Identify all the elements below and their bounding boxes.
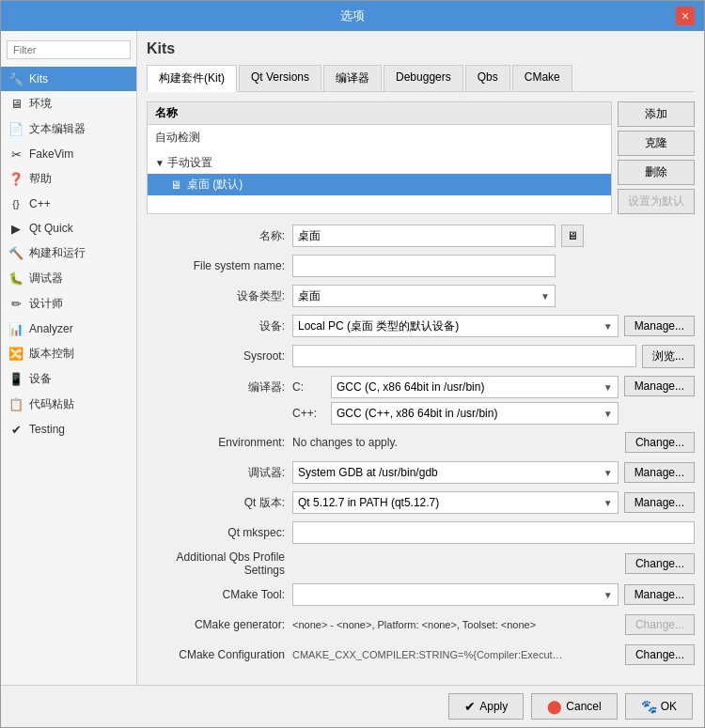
env-icon: 🖥	[8, 97, 24, 112]
kit-action-buttons: 添加 克隆 删除 设置为默认	[618, 101, 695, 214]
compiler-row: 编译器: C: GCC (C, x86 64bit in /usr/bin) C	[147, 374, 695, 425]
sidebar-item-testing[interactable]: ✔ Testing	[1, 417, 136, 441]
sidebar-item-codepaste[interactable]: 📋 代码粘贴	[1, 392, 136, 417]
environment-change-button[interactable]: Change...	[625, 432, 695, 453]
qt-version-manage-button[interactable]: Manage...	[624, 492, 695, 513]
kit-list-header: 名称	[148, 102, 611, 125]
add-kit-button[interactable]: 添加	[618, 101, 695, 127]
monitor-icon: 🖥	[170, 178, 181, 192]
filesystem-label: File system name:	[147, 259, 292, 272]
apply-button[interactable]: ✔ Apply	[448, 693, 524, 720]
device-manage-button[interactable]: Manage...	[624, 316, 695, 336]
environment-label: Environment:	[147, 436, 292, 449]
device-type-label: 设备类型:	[147, 288, 292, 304]
help-icon: ❓	[8, 172, 24, 187]
sidebar-item-help[interactable]: ❓ 帮助	[1, 166, 136, 192]
sidebar-item-designer[interactable]: ✏ 设计师	[1, 291, 136, 317]
cpp-icon: {}	[8, 196, 24, 211]
sidebar-label-devices: 设备	[29, 371, 52, 387]
qt-mkspec-row: Qt mkspec:	[147, 520, 695, 545]
main-panel: Kits 构建套件(Kit) Qt Versions 编译器 Debuggers…	[137, 31, 704, 685]
cmake-config-change-button[interactable]: Change...	[625, 644, 695, 665]
sidebar-label-vcs: 版本控制	[29, 346, 74, 362]
kit-group-manual-label: ▼ 手动设置	[148, 152, 611, 174]
sidebar-filter-input[interactable]	[7, 40, 131, 59]
qt-version-row: Qt 版本: Qt 5.12.7 in PATH (qt5.12.7) Mana…	[147, 490, 695, 515]
cmake-tool-row: CMake Tool: Manage...	[147, 582, 695, 607]
kit-item-desktop[interactable]: 🖥 桌面 (默认)	[148, 174, 611, 195]
sidebar-item-editor[interactable]: 📄 文本编辑器	[1, 116, 136, 142]
apply-icon: ✔	[464, 699, 476, 714]
sidebar-item-fakevim[interactable]: ✂ FakeVim	[1, 142, 136, 166]
sidebar-item-build[interactable]: 🔨 构建和运行	[1, 240, 136, 266]
kit-item-label: 桌面 (默认)	[187, 177, 243, 193]
sidebar-item-qtquick[interactable]: ▶ Qt Quick	[1, 216, 136, 240]
devices-icon: 📱	[8, 372, 24, 387]
codepaste-icon: 📋	[8, 397, 24, 412]
qt-mkspec-input[interactable]	[292, 521, 695, 544]
kit-form: 名称: 🖥 File system name: 设备类型: 桌面	[147, 224, 695, 673]
screen-button[interactable]: 🖥	[561, 225, 584, 247]
remove-kit-button[interactable]: 删除	[618, 160, 695, 185]
name-input[interactable]	[292, 225, 556, 247]
sidebar-item-debugger[interactable]: 🐛 调试器	[1, 266, 136, 291]
tab-qbs[interactable]: Qbs	[465, 65, 510, 91]
content-area: 🔧 Kits 🖥 环境 📄 文本编辑器 ✂ FakeVim ❓ 帮助 {} C	[1, 31, 704, 685]
sidebar-item-cpp[interactable]: {} C++	[1, 192, 136, 216]
sidebar-item-kits[interactable]: 🔧 Kits	[1, 67, 136, 91]
device-select[interactable]: Local PC (桌面 类型的默认设备)	[292, 315, 619, 337]
qbs-profile-change-button[interactable]: Change...	[625, 553, 695, 574]
compiler-label: 编译器:	[147, 376, 292, 395]
kit-group-auto: 自动检测	[148, 125, 611, 150]
compiler-cpp-row: C++: GCC (C++, x86 64bit in /usr/bin)	[292, 402, 619, 425]
sidebar-item-env[interactable]: 🖥 环境	[1, 91, 136, 116]
sysroot-browse-button[interactable]: 浏览...	[642, 345, 695, 368]
sidebar-item-devices[interactable]: 📱 设备	[1, 366, 136, 392]
main-window: 选项 × 🔧 Kits 🖥 环境 📄 文本编辑器 ✂ FakeVim	[0, 0, 705, 728]
sidebar-label-kits: Kits	[29, 72, 48, 85]
sidebar-label-cpp: C++	[29, 197, 51, 210]
cmake-tool-manage-button[interactable]: Manage...	[624, 584, 695, 605]
sysroot-input[interactable]	[292, 345, 636, 367]
qtquick-icon: ▶	[8, 221, 24, 236]
debugger-manage-button[interactable]: Manage...	[624, 462, 695, 483]
device-label: 设备:	[147, 318, 292, 334]
debugger-select[interactable]: System GDB at /usr/bin/gdb	[292, 461, 619, 484]
cmake-generator-change-button[interactable]: Change...	[625, 614, 695, 635]
set-default-button[interactable]: 设置为默认	[618, 189, 695, 214]
kit-panel: 名称 自动检测 ▼ 手动设置 🖥 桌面 (默认)	[147, 101, 695, 214]
cancel-icon: ⬤	[547, 699, 562, 714]
clone-kit-button[interactable]: 克隆	[618, 131, 695, 156]
tab-qt-versions[interactable]: Qt Versions	[239, 65, 321, 91]
cmake-tool-select[interactable]	[292, 583, 619, 606]
name-label: 名称:	[147, 228, 292, 244]
compiler-manage-button[interactable]: Manage...	[624, 376, 695, 396]
qt-mkspec-label: Qt mkspec:	[147, 526, 292, 539]
compiler-cpp-select[interactable]: GCC (C++, x86 64bit in /usr/bin)	[331, 402, 619, 425]
kit-group-auto-label: 自动检测	[148, 127, 611, 148]
close-button[interactable]: ×	[676, 7, 695, 25]
qbs-profile-label: Additional Qbs Profile Settings	[147, 550, 292, 577]
build-icon: 🔨	[8, 246, 24, 261]
cancel-button[interactable]: ⬤ Cancel	[531, 693, 617, 720]
sidebar-item-analyzer[interactable]: 📊 Analyzer	[1, 317, 136, 341]
tab-kits[interactable]: 构建套件(Kit)	[147, 65, 237, 92]
tab-debuggers[interactable]: Debuggers	[384, 65, 463, 91]
tab-cmake[interactable]: CMake	[512, 65, 572, 91]
compiler-c-select[interactable]: GCC (C, x86 64bit in /usr/bin)	[331, 376, 619, 398]
bottom-bar: ✔ Apply ⬤ Cancel 🐾 OK	[1, 685, 704, 727]
qt-version-select[interactable]: Qt 5.12.7 in PATH (qt5.12.7)	[292, 491, 619, 514]
sidebar-item-vcs[interactable]: 🔀 版本控制	[1, 341, 136, 366]
tab-bar: 构建套件(Kit) Qt Versions 编译器 Debuggers Qbs …	[147, 65, 695, 92]
cmake-tool-label: CMake Tool:	[147, 588, 292, 601]
tab-compiler[interactable]: 编译器	[323, 65, 382, 91]
kits-icon: 🔧	[8, 71, 24, 86]
cmake-generator-row: CMake generator: <none> - <none>, Platfo…	[147, 612, 695, 637]
debugger-icon: 🐛	[8, 271, 24, 287]
device-type-select[interactable]: 桌面	[292, 285, 556, 307]
vcs-icon: 🔀	[8, 347, 24, 362]
filesystem-input[interactable]	[292, 255, 556, 277]
cmake-config-row: CMake Configuration CMAKE_CXX_COMPILER:S…	[147, 643, 695, 667]
ok-button[interactable]: 🐾 OK	[625, 693, 693, 720]
cmake-generator-value: <none> - <none>, Platform: <none>, Tools…	[292, 619, 619, 630]
